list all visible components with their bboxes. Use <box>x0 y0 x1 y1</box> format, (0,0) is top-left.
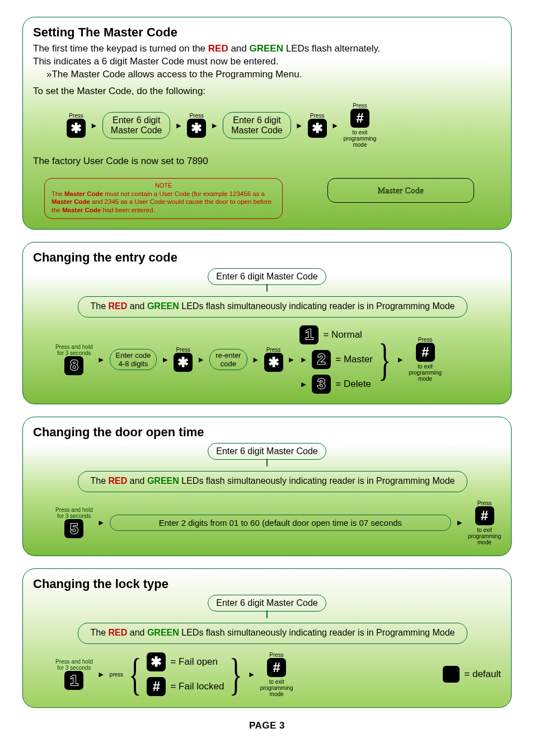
key-5-icon: 5 <box>64 519 83 538</box>
pill-reenter-code: re-enter code <box>209 349 247 370</box>
heading: Changing the lock type <box>33 577 501 591</box>
hash-key-icon: # <box>267 658 286 677</box>
arrow-icon: ► <box>252 355 260 364</box>
arrow-icon: ► <box>288 355 296 364</box>
arrow-icon: ► <box>299 380 307 389</box>
label-exit: to exitprogrammingmode <box>343 129 376 148</box>
status-programming-mode: The RED and GREEN LEDs flash simultaneou… <box>78 296 467 318</box>
options-stack: 1= Normal ►2= Master ►3= Delete <box>299 325 372 394</box>
label-press: Press <box>310 113 325 119</box>
star-key-icon: ✱ <box>147 652 166 671</box>
arrow-icon: ► <box>296 121 303 130</box>
star-key-icon: ✱ <box>264 353 283 372</box>
label-press: Press <box>266 347 281 353</box>
key-1-icon: 1 <box>64 671 83 690</box>
hash-key-icon: # <box>350 109 369 128</box>
panel-lock-type: Changing the lock type Enter 6 digit Mas… <box>22 568 512 708</box>
pill-enter-master: Enter 6 digit Master Code <box>223 112 291 139</box>
panel-door-open-time: Changing the door open time Enter 6 digi… <box>22 417 512 556</box>
pill-enter-master: Enter 6 digit Master Code <box>208 268 326 285</box>
pill-enter-master: Enter 6 digit Master Code <box>208 443 326 460</box>
hash-key-icon: # <box>147 677 166 696</box>
label-delete: = Delete <box>335 379 371 390</box>
label-fail-locked: = Fail locked <box>170 681 224 692</box>
arrow-icon: ► <box>331 121 339 130</box>
label-hold: Press and hold for 3 seconds <box>55 659 93 671</box>
pill-enter-master: Enter 6 digit Master Code <box>208 595 326 612</box>
arrow-icon: ► <box>197 355 205 364</box>
arrow-icon: ► <box>175 121 182 130</box>
key-1-icon: 1 <box>299 325 318 344</box>
heading: Changing the door open time <box>33 425 501 440</box>
key-8-icon: 8 <box>64 356 83 375</box>
arrow-icon: ► <box>396 355 404 364</box>
key-3-icon: 3 <box>312 375 331 394</box>
master-code-writein-box: Master Code <box>327 178 474 203</box>
flow-entry-code: Press and hold for 3 seconds 8 ► Enter c… <box>55 325 501 394</box>
factory-code-line: The factory User Code is now set to 7890 <box>33 156 501 167</box>
intro-line-1: The first time the keypad is turned on t… <box>33 43 501 54</box>
label-press: Press <box>176 347 191 353</box>
flow-set-master: Press ✱ ► Enter 6 digit Master Code ► Pr… <box>67 102 501 148</box>
label-press: Press <box>418 337 433 343</box>
brace-icon: } <box>378 346 391 373</box>
label-fail-open: = Fail open <box>170 656 218 668</box>
default-swatch-icon <box>443 666 460 683</box>
intro-line-2: This indicates a 6 digit Master Code mus… <box>33 56 501 67</box>
status-programming-mode: The RED and GREEN LEDs flash simultaneou… <box>78 471 467 492</box>
intro-line-4: To set the Master Code, do the following… <box>33 86 501 97</box>
label-normal: = Normal <box>323 329 362 340</box>
star-key-icon: ✱ <box>187 119 206 138</box>
arrow-icon: ► <box>97 670 105 679</box>
brace-icon: } <box>129 661 142 688</box>
intro-line-3: »The Master Code allows access to the Pr… <box>46 69 501 80</box>
arrow-icon: ► <box>97 518 105 527</box>
star-key-icon: ✱ <box>67 119 86 138</box>
label-press: Press <box>190 113 204 119</box>
status-programming-mode: The RED and GREEN LEDs flash simultaneou… <box>78 623 467 644</box>
panel-setting-master-code: Setting The Master Code The first time t… <box>22 17 512 230</box>
label-default: = default <box>464 669 501 680</box>
note-box: NOTE The Master Code must not contain a … <box>44 178 283 219</box>
flow-lock-type: Press and hold for 3 seconds 1 ► press }… <box>55 652 501 697</box>
arrow-icon: ► <box>161 355 169 364</box>
heading: Setting The Master Code <box>33 25 501 40</box>
hash-key-icon: # <box>475 506 494 525</box>
label-exit: to exitprogrammingmode <box>260 679 293 697</box>
label-exit: to exitprogrammingmode <box>409 363 442 382</box>
label-press: Press <box>477 500 492 506</box>
options-stack: ✱= Fail open #= Fail locked <box>147 652 224 696</box>
arrow-icon: ► <box>299 355 307 364</box>
label-press: Press <box>353 102 367 109</box>
pill-enter-master: Enter 6 digit Master Code <box>102 112 171 139</box>
star-key-icon: ✱ <box>174 353 193 372</box>
label-hold: Press and hold for 3 seconds <box>55 344 93 356</box>
pill-door-time: Enter 2 digits from 01 to 60 (default do… <box>110 515 452 531</box>
key-2-icon: 2 <box>312 350 331 369</box>
arrow-icon: ► <box>248 670 256 679</box>
label-press-lc: press <box>110 671 123 678</box>
label-press: Press <box>69 113 83 119</box>
arrow-icon: ► <box>90 121 98 130</box>
label-master: = Master <box>335 354 373 365</box>
label-exit: to exitprogrammingmode <box>468 527 501 545</box>
pill-enter-code: Enter code 4-8 digits <box>110 349 157 370</box>
note-title: NOTE <box>51 182 275 190</box>
arrow-icon: ► <box>210 121 218 130</box>
label-hold: Press and hold for 3 seconds <box>55 507 93 519</box>
panel-changing-entry-code: Changing the entry code Enter 6 digit Ma… <box>22 242 512 404</box>
flow-door-time: Press and hold for 3 seconds 5 ► Enter 2… <box>55 500 501 545</box>
label-press: Press <box>269 652 284 658</box>
page-number: PAGE 3 <box>22 720 512 731</box>
hash-key-icon: # <box>416 343 435 362</box>
brace-icon: } <box>229 661 242 688</box>
heading: Changing the entry code <box>33 250 501 265</box>
star-key-icon: ✱ <box>308 119 327 138</box>
arrow-icon: ► <box>456 518 463 527</box>
arrow-icon: ► <box>97 355 105 364</box>
